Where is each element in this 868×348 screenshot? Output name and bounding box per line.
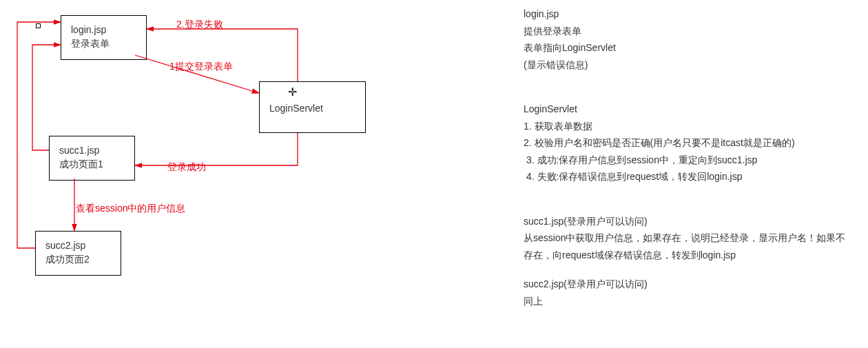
- node-login: login.jsp 登录表单: [61, 15, 147, 60]
- node-subtitle: 登录表单: [71, 37, 136, 50]
- edge-label-success: 登录成功: [167, 161, 206, 174]
- desc-line: 表单指向LoginServlet: [524, 39, 847, 57]
- desc-line: 提供登录表单: [524, 23, 847, 40]
- desc-succ1: succ1.jsp(登录用户可以访问) 从session中获取用户信息，如果存在…: [524, 213, 847, 264]
- node-title: login.jsp: [71, 23, 136, 37]
- desc-line: 4. 失败:保存错误信息到request域，转发回login.jsp: [524, 168, 847, 185]
- node-subtitle: 成功页面1: [59, 157, 125, 171]
- desc-line: 同上: [524, 293, 847, 310]
- edge-label-submit: 1提交登录表单: [169, 61, 233, 73]
- node-succ1: succ1.jsp 成功页面1: [49, 136, 135, 181]
- desc-line: 3. 成功:保存用户信息到session中，重定向到succ1.jsp: [524, 152, 847, 169]
- desc-succ2: succ2.jsp(登录用户可以访问) 同上: [524, 276, 847, 309]
- node-subtitle: 成功页面2: [45, 252, 111, 266]
- edge-label-session: 查看session中的用户信息: [76, 203, 185, 215]
- node-succ2: succ2.jsp 成功页面2: [35, 231, 121, 276]
- desc-line: (显示错误信息): [524, 57, 847, 74]
- description-column: login.jsp 提供登录表单 表单指向LoginServlet (显示错误信…: [524, 6, 847, 329]
- desc-line: 1. 获取表单数据: [524, 118, 847, 135]
- diagram-canvas: login.jsp 登录表单 LoginServlet ✛ succ1.jsp …: [0, 0, 868, 348]
- crosshair-icon: ✛: [288, 87, 297, 98]
- desc-loginservlet: LoginServlet 1. 获取表单数据 2. 校验用户名和密码是否正确(用…: [524, 101, 847, 185]
- desc-line: 2. 校验用户名和密码是否正确(用户名只要不是itcast就是正确的): [524, 134, 847, 152]
- selection-handle: [36, 23, 41, 28]
- desc-heading: succ1.jsp(登录用户可以访问): [524, 213, 847, 230]
- desc-line: 从session中获取用户信息，如果存在，说明已经登录，显示用户名！如果不存在，…: [524, 229, 847, 263]
- node-loginservlet: LoginServlet: [259, 81, 366, 133]
- node-title: succ1.jsp: [59, 143, 125, 157]
- desc-heading: succ2.jsp(登录用户可以访问): [524, 276, 847, 293]
- node-title: succ2.jsp: [45, 238, 111, 252]
- node-title: LoginServlet: [269, 101, 355, 115]
- edge-label-fail: 2.登录失败: [176, 19, 223, 31]
- desc-heading: LoginServlet: [524, 101, 847, 118]
- desc-heading: login.jsp: [524, 6, 847, 23]
- desc-login: login.jsp 提供登录表单 表单指向LoginServlet (显示错误信…: [524, 6, 847, 73]
